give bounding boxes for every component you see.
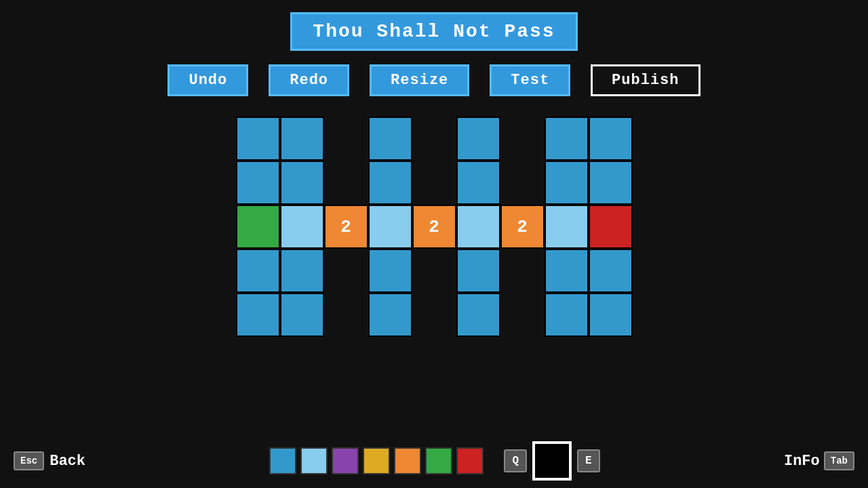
grid-cell[interactable] <box>545 161 589 205</box>
grid-cell[interactable]: 2 <box>412 205 456 249</box>
color-palette <box>269 447 484 474</box>
grid-cell[interactable] <box>280 293 324 337</box>
grid-cell[interactable] <box>545 117 589 161</box>
grid-cell[interactable]: 2 <box>500 205 545 249</box>
grid-cell[interactable] <box>324 161 368 205</box>
grid-cell[interactable] <box>412 161 456 205</box>
grid-cell[interactable] <box>412 249 456 293</box>
title-area: Thou Shall Not Pass <box>0 0 868 51</box>
grid-cell[interactable] <box>500 161 545 205</box>
grid-area: 222 <box>0 117 868 381</box>
grid-cell[interactable] <box>545 205 589 249</box>
grid-cell[interactable] <box>589 293 633 337</box>
grid-cell[interactable] <box>412 117 456 161</box>
swatch-blue[interactable] <box>269 447 296 474</box>
grid-cell[interactable] <box>456 249 500 293</box>
swatch-green[interactable] <box>425 447 452 474</box>
publish-button[interactable]: Publish <box>591 64 700 96</box>
swatch-red[interactable] <box>456 447 484 474</box>
grid-cell[interactable] <box>324 117 368 161</box>
grid-cell[interactable] <box>324 293 368 337</box>
grid-cell[interactable] <box>500 293 545 337</box>
grid-cell[interactable] <box>545 249 589 293</box>
tile-selector: Q E <box>504 441 599 481</box>
grid-cell[interactable]: 2 <box>324 205 368 249</box>
grid-cell[interactable] <box>236 205 280 249</box>
grid-cell[interactable] <box>324 249 368 293</box>
resize-button[interactable]: Resize <box>370 64 469 96</box>
esc-key: Esc <box>14 451 44 470</box>
back-button[interactable]: Esc Back <box>14 451 85 470</box>
info-button[interactable]: InFo Tab <box>784 451 854 470</box>
swatch-yellow[interactable] <box>363 447 390 474</box>
e-key[interactable]: E <box>577 449 600 472</box>
grid-cell[interactable] <box>456 205 500 249</box>
grid-cell[interactable] <box>236 161 280 205</box>
grid-cell[interactable] <box>500 249 545 293</box>
swatch-light-blue[interactable] <box>300 447 328 474</box>
swatch-orange[interactable] <box>394 447 421 474</box>
grid-cell[interactable] <box>589 117 633 161</box>
back-label: Back <box>50 453 85 470</box>
grid-cell[interactable] <box>280 161 324 205</box>
grid-cell[interactable] <box>456 117 500 161</box>
grid-cell[interactable] <box>236 117 280 161</box>
grid-cell[interactable] <box>368 249 412 293</box>
grid-cell[interactable] <box>236 293 280 337</box>
level-grid: 222 <box>236 117 633 381</box>
toolbar: Undo Redo Resize Test Publish <box>0 51 868 96</box>
info-label: InFo <box>784 453 820 470</box>
grid-cell[interactable] <box>412 293 456 337</box>
tab-key: Tab <box>824 451 854 470</box>
selected-tile[interactable] <box>532 441 572 481</box>
grid-cell[interactable] <box>280 117 324 161</box>
grid-cell[interactable] <box>456 161 500 205</box>
grid-cell[interactable] <box>456 293 500 337</box>
bottom-bar: Esc Back Q E InFo Tab <box>0 434 868 488</box>
grid-cell[interactable] <box>500 117 545 161</box>
grid-cell[interactable] <box>280 249 324 293</box>
grid-cell[interactable] <box>589 205 633 249</box>
grid-cell[interactable] <box>280 205 324 249</box>
redo-button[interactable]: Redo <box>269 64 349 96</box>
grid-cell[interactable] <box>368 117 412 161</box>
grid-cell[interactable] <box>368 205 412 249</box>
grid-cell[interactable] <box>589 161 633 205</box>
grid-cell[interactable] <box>368 293 412 337</box>
grid-cell[interactable] <box>368 161 412 205</box>
q-key[interactable]: Q <box>504 449 527 472</box>
game-title: Thou Shall Not Pass <box>290 12 577 51</box>
test-button[interactable]: Test <box>490 64 570 96</box>
grid-cell[interactable] <box>236 249 280 293</box>
grid-cell[interactable] <box>589 249 633 293</box>
swatch-purple[interactable] <box>332 447 359 474</box>
grid-cell[interactable] <box>545 293 589 337</box>
undo-button[interactable]: Undo <box>167 64 248 96</box>
